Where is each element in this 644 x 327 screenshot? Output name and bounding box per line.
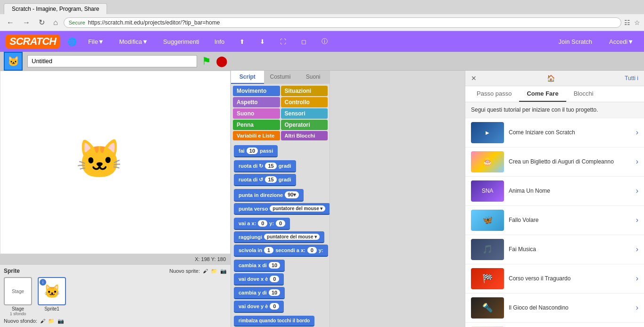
tab-blocchi[interactable]: Blocchi (566, 86, 601, 102)
project-bar: 🐱 ⚑ ⬤ v458 (0, 52, 644, 71)
tutorial-title-6: Corso verso il Traguardo (509, 275, 631, 283)
block-punta-verso[interactable]: punta verso puntatore del mouse ▾ (234, 203, 327, 215)
cat-suono[interactable]: Suono (233, 108, 280, 119)
tab-come-fare[interactable]: Come Fare (519, 86, 566, 102)
nuovo-sprite-label: Nuovo sprite: (169, 268, 200, 274)
tutorial-thumb-4: 🦋 (471, 210, 504, 231)
block-vai-xy[interactable]: vai a x: 0 y: 0 (234, 218, 327, 230)
block-rimbalza[interactable]: rimbalza quando tocchi il bordo (234, 316, 327, 327)
home-button[interactable]: ⌂ (50, 17, 61, 28)
tutorial-item-5[interactable]: 🎵 Fai Musica › (465, 235, 644, 264)
paint-bg-icon[interactable]: 🖌 (40, 318, 45, 324)
theater-icon[interactable]: ◻ (297, 36, 310, 47)
extensions-button[interactable]: ☷ (624, 19, 630, 26)
block-ruota-dx[interactable]: ruota di ↻ 15 gradi (234, 160, 327, 172)
browser-tab[interactable]: Scratch - Imagine, Program, Share (4, 3, 107, 14)
sprite-1-name: Sprite1 (44, 306, 59, 311)
cat-variabili[interactable]: Variabili e Liste (233, 131, 280, 140)
globe-icon[interactable]: 🌐 (67, 37, 77, 46)
tutorial-arrow-1: › (636, 128, 638, 137)
right-panel-header: ✕ 🏠 Tutti i (465, 71, 644, 86)
sprite-item-1[interactable]: i 🐱 Sprite1 (38, 277, 66, 316)
tab-passo-passo[interactable]: Passo passo (469, 86, 519, 102)
cat-operatori[interactable]: Operatori (281, 120, 328, 130)
close-icon[interactable]: ✕ (471, 74, 477, 82)
help-icon[interactable]: ⓘ (318, 35, 331, 48)
fullscreen-icon[interactable]: ⛶ (276, 36, 290, 47)
block-punta-direzione[interactable]: punta in direzione 90▾ (234, 189, 327, 202)
download-icon[interactable]: ⬇ (256, 36, 269, 47)
block-vai-dove-x[interactable]: vai dove x è 0 (234, 273, 327, 286)
blocks-panel: Script Costumi Suoni Movimento Aspetto S… (231, 71, 330, 327)
menu-modifica[interactable]: Modifica▼ (116, 36, 152, 47)
address-bar[interactable]: Secure https://scratch.mit.edu/projects/… (64, 17, 621, 28)
block-cambia-y[interactable]: cambia y di 10 (234, 287, 327, 299)
block-raggiungi[interactable]: raggiungi puntatore del mouse ▾ (234, 231, 327, 243)
tutorial-title-3: Anima Un Nome (509, 188, 631, 195)
tutorial-arrow-3: › (636, 187, 638, 195)
menu-info[interactable]: Info (211, 36, 229, 47)
tab-script[interactable]: Script (231, 71, 264, 84)
block-fai-passi[interactable]: fai 10 passi (234, 145, 327, 157)
tab-suoni[interactable]: Suoni (297, 71, 330, 84)
sprite-thumb-box-1[interactable]: i 🐱 (38, 277, 66, 305)
nuovo-sprite-controls: Nuovo sprite: 🖌 📁 📷 (169, 268, 227, 274)
nuovo-sfondo: Nuovo sfondo: 🖌 📁 📷 (4, 318, 227, 324)
accedi-btn[interactable]: Accedi▼ (604, 36, 638, 47)
sprite-info-icon: i (40, 279, 46, 286)
tutorial-item-4[interactable]: 🦋 Fallo Volare › (465, 206, 644, 235)
green-flag-button[interactable]: ⚑ (202, 55, 211, 67)
tutorial-item-3[interactable]: SNA Anima Un Nome › (465, 177, 644, 206)
address-url: https://scratch.mit.edu/projects/editor/… (88, 19, 220, 26)
forward-button[interactable]: → (20, 17, 33, 28)
bookmark-button[interactable]: ☆ (634, 19, 640, 26)
scratch-logo[interactable]: SCRATCH (6, 34, 60, 49)
stage-name-label: Stage (12, 306, 24, 311)
menu-file[interactable]: File▼ (84, 36, 108, 47)
browser-tabs: Scratch - Imagine, Program, Share (0, 0, 644, 14)
cat-altri[interactable]: Altri Blocchi (281, 131, 328, 140)
tutorial-item-2[interactable]: 🎂 Crea un Biglietto di Auguri di Complea… (465, 147, 644, 177)
tutorial-tabs: Passo passo Come Fare Blocchi (465, 86, 644, 102)
cat-aspetto[interactable]: Aspetto (233, 97, 280, 107)
upload-bg-icon[interactable]: 📁 (48, 318, 55, 324)
tutti-i-label[interactable]: Tutti i (625, 75, 638, 82)
block-cambia-x[interactable]: cambia x di 10 (234, 260, 327, 272)
upload-sprite-icon[interactable]: 📁 (211, 268, 217, 274)
stop-button[interactable]: ⬤ (216, 55, 228, 67)
tab-costumi[interactable]: Costumi (264, 71, 297, 84)
stage-thumb-box[interactable]: Stage (4, 277, 32, 305)
stage-canvas: 🐱 (0, 71, 231, 254)
stage-item[interactable]: Stage Stage 1 sfondo (4, 277, 32, 316)
paint-sprite-icon[interactable]: 🖌 (203, 268, 208, 274)
tutorial-thumb-5: 🎵 (471, 239, 504, 260)
tutorial-item-7[interactable]: 🔦 Il Gioco del Nascondino › (465, 294, 644, 323)
back-button[interactable]: ← (4, 17, 17, 28)
menu-suggerimenti[interactable]: Suggerimenti (159, 36, 203, 47)
tutorial-arrow-7: › (636, 303, 638, 312)
tutorial-item-1[interactable]: ▶ Come Iniziare con Scratch › (465, 118, 644, 147)
block-scivola[interactable]: scivola in 1 secondi a x: 0 y: (234, 245, 327, 257)
upload-icon[interactable]: ⬆ (236, 36, 248, 47)
cat-movimento[interactable]: Movimento (233, 86, 280, 96)
block-vai-dove-y[interactable]: vai dove y è 0 (234, 301, 327, 313)
sprite-preview-thumb[interactable]: 🐱 (4, 52, 23, 71)
cat-penna[interactable]: Penna (233, 120, 280, 130)
join-scratch-btn[interactable]: Join Scratch (554, 36, 597, 47)
cat-sensori[interactable]: Sensori (281, 108, 328, 119)
tutorial-arrow-2: › (636, 157, 638, 166)
project-name-input[interactable] (27, 55, 197, 67)
tutorial-title-1: Come Iniziare con Scratch (509, 129, 631, 137)
tutorial-item-8[interactable]: 👗 Gioco della Moda › (465, 323, 644, 327)
right-panel: ✕ 🏠 Tutti i Passo passo Come Fare Blocch… (465, 71, 644, 327)
tutorial-title-7: Il Gioco del Nascondino (509, 304, 631, 312)
cat-situazioni[interactable]: Situazioni (281, 86, 328, 96)
block-ruota-sx[interactable]: ruota di ↺ 15 gradi (234, 174, 327, 186)
home-icon[interactable]: 🏠 (547, 74, 555, 82)
tutorial-item-6[interactable]: 🏁 Corso verso il Traguardo › (465, 264, 644, 294)
cat-controllo[interactable]: Controllo (281, 97, 328, 107)
camera-bg-icon[interactable]: 📷 (58, 318, 64, 324)
reload-button[interactable]: ↻ (36, 17, 48, 28)
camera-sprite-icon[interactable]: 📷 (220, 268, 227, 274)
browser-toolbar: ← → ↻ ⌂ Secure https://scratch.mit.edu/p… (0, 14, 644, 31)
